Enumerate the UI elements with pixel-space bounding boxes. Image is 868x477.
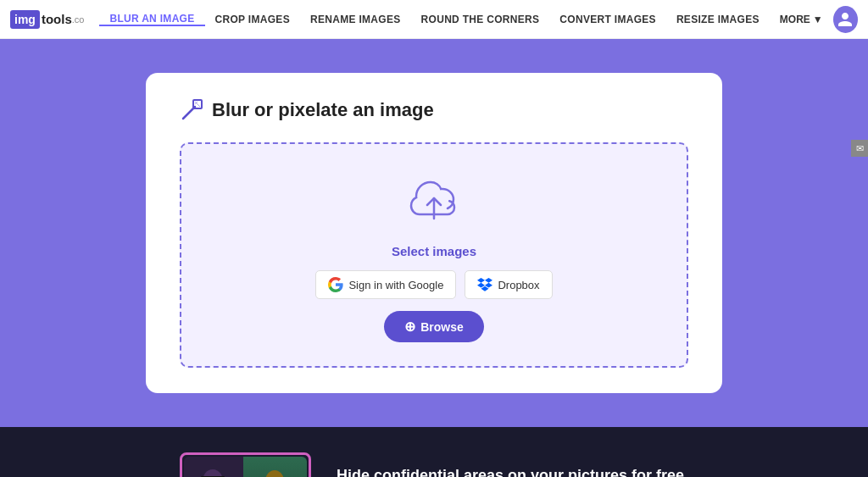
logo[interactable]: img tools .co — [10, 10, 84, 29]
logo-tools: tools — [42, 12, 72, 26]
nav-more-dropdown[interactable]: MORE ▼ — [770, 14, 833, 25]
nav-more-label: MORE — [780, 14, 810, 25]
bottom-promo-text: Hide confidential areas on your pictures… — [337, 467, 688, 477]
card-heading: Blur or pixelate an image — [212, 99, 434, 121]
logo-co: .co — [72, 14, 85, 25]
promo-left-image — [184, 457, 243, 477]
card-title: Blur or pixelate an image — [180, 98, 688, 122]
user-icon — [837, 11, 854, 28]
upload-card: Blur or pixelate an image Select images — [146, 73, 722, 393]
plus-circle-icon: ⊕ — [404, 319, 415, 335]
upload-dropzone[interactable]: Select images Sign in with Google — [180, 142, 688, 368]
upload-options: Sign in with Google Dropbox — [315, 270, 552, 299]
navbar: img tools .co BLUR AN IMAGE CROP IMAGES … — [0, 0, 868, 39]
promo-image-container: CENSORED — [180, 452, 311, 477]
nav-links: BLUR AN IMAGE CROP IMAGES RENAME IMAGES … — [99, 13, 832, 26]
dropbox-button[interactable]: Dropbox — [465, 270, 552, 299]
svg-point-9 — [265, 470, 284, 478]
browse-label: Browse — [420, 320, 464, 334]
dropbox-icon — [477, 277, 492, 292]
nav-crop-images[interactable]: CROP IMAGES — [205, 14, 300, 25]
nav-resize-images[interactable]: RESIZE IMAGES — [666, 14, 770, 25]
svg-line-2 — [193, 107, 195, 108]
envelope-icon: ✉ — [856, 143, 864, 154]
google-signin-label: Sign in with Google — [348, 279, 443, 291]
side-collapse-icon[interactable]: ✉ — [851, 140, 868, 157]
main-section: Blur or pixelate an image Select images — [0, 39, 868, 427]
promo-right-image — [243, 457, 307, 477]
dropbox-label: Dropbox — [498, 279, 539, 291]
google-icon — [328, 277, 343, 292]
promo-image: CENSORED — [184, 457, 307, 477]
upload-cloud-icon — [407, 175, 461, 232]
bottom-promo-section: CENSORED Hide confidential areas on your… — [0, 427, 868, 477]
select-images-label: Select images — [392, 244, 476, 258]
nav-rename-images[interactable]: RENAME IMAGES — [300, 14, 411, 25]
svg-line-3 — [195, 102, 200, 107]
logo-img: img — [10, 10, 40, 29]
browse-button[interactable]: ⊕ Browse — [384, 311, 484, 342]
chevron-down-icon: ▼ — [813, 14, 823, 25]
promo-heading: Hide confidential areas on your pictures… — [337, 467, 688, 477]
nav-blur-image[interactable]: BLUR AN IMAGE — [99, 13, 204, 26]
nav-round-corners[interactable]: ROUND THE CORNERS — [411, 14, 550, 25]
nav-convert-images[interactable]: CONVERT IMAGES — [549, 14, 666, 25]
google-signin-button[interactable]: Sign in with Google — [315, 270, 456, 299]
user-avatar[interactable] — [833, 6, 858, 33]
blur-tool-icon — [180, 98, 203, 122]
